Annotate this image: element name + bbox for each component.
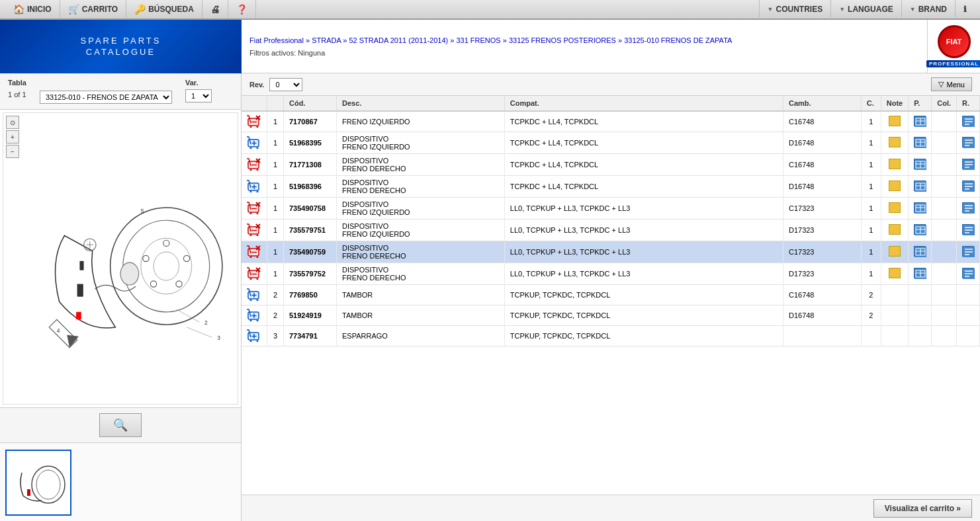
p-icon[interactable] — [914, 268, 926, 278]
nav-language[interactable]: ▼ LANGUAGE — [830, 0, 901, 19]
nav-inicio[interactable]: 🏠 INICIO — [5, 0, 60, 19]
note-icon[interactable] — [889, 202, 901, 213]
note-cell — [881, 154, 908, 176]
desc-cell: DISPOSITIVOFRENO IZQUIERDO — [337, 220, 505, 241]
c-cell: 1 — [861, 241, 881, 263]
p-cell — [909, 285, 932, 305]
nav-help[interactable]: ❓ — [228, 0, 256, 19]
remove-from-cart-icon[interactable] — [247, 245, 261, 259]
r-icon[interactable] — [962, 159, 974, 169]
nav-info[interactable]: ℹ — [955, 0, 975, 19]
qty-cell: 1 — [267, 198, 284, 220]
p-icon[interactable] — [914, 224, 926, 235]
diagram-image: 2 3 4 5 — [3, 113, 238, 404]
print-icon: 🖨 — [210, 4, 220, 15]
compat-cell: LL0, TCPKUP + LL3, TCPKDC + LL3 — [504, 241, 783, 263]
desc-cell: ESPARRAGO — [337, 326, 505, 346]
table-row: 251924919TAMBORTCPKUP, TCPKDC, TCPKDCLD1… — [242, 305, 980, 326]
remove-from-cart-icon[interactable] — [247, 157, 261, 172]
add-to-cart-icon[interactable] — [247, 179, 261, 194]
camb-cell: D17323 — [783, 220, 861, 241]
r-icon[interactable] — [962, 180, 974, 191]
menu-button[interactable]: ▽ Menu — [931, 77, 972, 91]
svg-point-3 — [154, 252, 179, 280]
logo-section: SPARE PARTS CATALOGUE — [0, 20, 242, 73]
col-cell — [932, 263, 957, 285]
remove-from-cart-icon[interactable] — [247, 266, 261, 281]
nav-carrito[interactable]: 🛒 CARRITO — [60, 0, 126, 19]
col-desc-header: Desc. — [337, 96, 505, 111]
compat-cell: TCPKDC + LL4, TCPKDCL — [504, 154, 783, 176]
camb-cell: C16748 — [783, 285, 861, 305]
rev-select[interactable]: 0 — [269, 78, 302, 91]
note-icon[interactable] — [889, 268, 901, 278]
search-button[interactable]: 🔍 — [99, 413, 142, 437]
p-icon[interactable] — [914, 246, 926, 257]
nav-countries[interactable]: ▼ COUNTRIES — [759, 0, 831, 19]
p-icon[interactable] — [914, 137, 926, 147]
parts-table: Cód. Desc. Compat. Camb. C. Note P. Col.… — [242, 96, 980, 346]
r-icon[interactable] — [962, 246, 974, 257]
r-icon[interactable] — [962, 224, 974, 235]
note-icon[interactable] — [889, 137, 901, 147]
note-icon[interactable] — [889, 224, 901, 235]
r-cell — [957, 154, 980, 176]
desc-cell: DISPOSITIVOFRENO DERECHO — [337, 176, 505, 198]
nav-busqueda[interactable]: 🔑 BÚSQUEDA — [126, 0, 202, 19]
note-icon[interactable] — [889, 246, 901, 257]
zoom-reset-button[interactable]: ⊙ — [6, 116, 19, 129]
svg-point-148 — [250, 341, 252, 342]
c-cell: 1 — [861, 263, 881, 285]
compat-cell: TCPKUP, TCPKDC, TCPKDCL — [504, 326, 783, 346]
var-select[interactable]: 1 — [185, 89, 212, 102]
note-icon[interactable] — [889, 159, 901, 169]
qty-cell: 1 — [267, 176, 284, 198]
breadcrumb-section: Fiat Professional » STRADA » 52 STRADA 2… — [242, 20, 927, 73]
svg-point-110 — [257, 257, 259, 259]
cod-cell: 71771308 — [284, 154, 337, 176]
logo-line1: SPARE PARTS — [81, 36, 161, 47]
top-navigation: 🏠 INICIO 🛒 CARRITO 🔑 BÚSQUEDA 🖨 ❓ ▼ COUN… — [0, 0, 980, 20]
desc-cell: DISPOSITIVOFRENO IZQUIERDO — [337, 132, 505, 154]
remove-from-cart-icon[interactable] — [247, 223, 261, 237]
menu-label: Menu — [946, 81, 965, 89]
diagram-container: ⊙ + − — [3, 112, 238, 405]
add-to-cart-icon[interactable] — [247, 308, 261, 323]
remove-from-cart-icon[interactable] — [247, 114, 261, 129]
p-cell — [909, 111, 932, 132]
thumbnail-item[interactable] — [5, 450, 71, 516]
r-icon[interactable] — [962, 268, 974, 278]
zoom-in-button[interactable]: + — [6, 130, 19, 143]
p-cell — [909, 132, 932, 154]
r-icon[interactable] — [962, 137, 974, 147]
note-cell — [881, 198, 908, 220]
zoom-out-button[interactable]: − — [6, 145, 19, 158]
p-icon[interactable] — [914, 180, 926, 191]
table-select[interactable]: 33125-010 - FRENOS DE ZAPATA — [40, 91, 172, 104]
note-icon[interactable] — [889, 180, 901, 191]
nav-print[interactable]: 🖨 — [202, 0, 228, 19]
diagram-tools: ⊙ + − — [6, 116, 19, 158]
r-icon[interactable] — [962, 116, 974, 126]
table-header: Cód. Desc. Compat. Camb. C. Note P. Col.… — [242, 96, 980, 111]
p-icon[interactable] — [914, 116, 926, 126]
desc-cell: DISPOSITIVOFRENO DERECHO — [337, 154, 505, 176]
parts-table-container[interactable]: Cód. Desc. Compat. Camb. C. Note P. Col.… — [242, 96, 980, 495]
thumbnail-strip — [0, 442, 241, 521]
qty-cell: 2 — [267, 305, 284, 326]
add-to-cart-icon[interactable] — [247, 329, 261, 343]
col-cell — [932, 198, 957, 220]
add-to-cart-icon[interactable] — [247, 136, 261, 150]
note-cell — [881, 326, 908, 346]
r-icon[interactable] — [962, 202, 974, 213]
help-icon: ❓ — [236, 4, 247, 15]
col-cell — [932, 176, 957, 198]
p-icon[interactable] — [914, 202, 926, 213]
p-icon[interactable] — [914, 159, 926, 169]
add-to-cart-icon[interactable] — [247, 288, 261, 302]
note-icon[interactable] — [889, 116, 901, 126]
nav-brand[interactable]: ▼ BRAND — [901, 0, 955, 19]
r-cell — [957, 220, 980, 241]
remove-from-cart-icon[interactable] — [247, 201, 261, 216]
view-cart-button[interactable]: Visualiza el carrito » — [873, 499, 972, 518]
